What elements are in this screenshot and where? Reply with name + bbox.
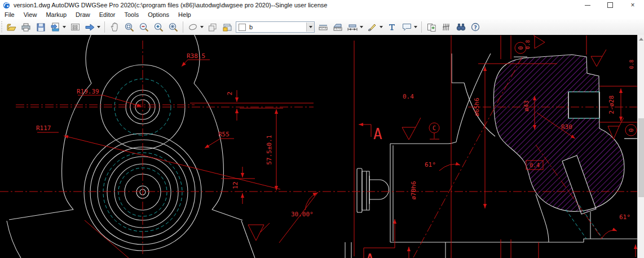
forward-arrow-icon bbox=[85, 24, 95, 31]
zoom-in-icon bbox=[154, 23, 164, 32]
comment-button[interactable] bbox=[400, 20, 413, 34]
measure-length-button[interactable] bbox=[316, 20, 330, 34]
ellipse-markup-button[interactable] bbox=[186, 20, 200, 34]
markup-hatch-button[interactable] bbox=[439, 20, 453, 34]
dim-dia-hub: ø70h6 bbox=[410, 181, 417, 199]
pen-icon bbox=[368, 23, 377, 32]
menu-item-help[interactable]: Help bbox=[174, 11, 196, 19]
dim-roughness-edge: 0.8 bbox=[629, 60, 634, 69]
measure-length-icon bbox=[318, 23, 328, 31]
dim-holes: 2-ø28 bbox=[608, 95, 615, 114]
layers-button[interactable] bbox=[220, 20, 234, 34]
open-button[interactable] bbox=[5, 20, 18, 34]
zoom-window-icon bbox=[125, 23, 134, 32]
zoom-in-button[interactable] bbox=[152, 20, 165, 34]
ellipse-icon bbox=[188, 24, 197, 30]
restore-icon bbox=[607, 2, 613, 8]
menu-item-draw[interactable]: Draw bbox=[71, 11, 95, 19]
toolbar-separator bbox=[183, 21, 183, 33]
close-button[interactable]: × bbox=[621, 0, 644, 10]
menu-item-view[interactable]: View bbox=[19, 11, 42, 19]
text-tool-button[interactable] bbox=[385, 20, 399, 34]
datum-c-label: C bbox=[433, 125, 436, 131]
zoom-out-icon bbox=[139, 23, 149, 32]
toolbar-grip[interactable] bbox=[1, 21, 2, 33]
section-label-a: A bbox=[373, 126, 382, 143]
layer-combo[interactable]: b bbox=[236, 21, 315, 33]
comment-bubble-icon bbox=[402, 23, 412, 31]
menu-item-tools[interactable]: Tools bbox=[120, 11, 144, 19]
measure-area-icon bbox=[333, 23, 343, 32]
scrollbar-thumb[interactable] bbox=[638, 118, 644, 197]
dim-dia-small: ø43 bbox=[523, 100, 530, 112]
dim-radius-lobe: R30 bbox=[561, 123, 572, 131]
forward-button[interactable] bbox=[83, 20, 96, 34]
app-icon bbox=[3, 2, 10, 9]
layer-combo-value: b bbox=[249, 24, 253, 30]
toolbar-separator bbox=[104, 21, 105, 33]
toolbar-separator bbox=[421, 21, 422, 33]
toolbar: b bbox=[0, 19, 644, 35]
menu-item-editor[interactable]: Editor bbox=[95, 11, 120, 19]
drawing-viewport[interactable]: R38.5 R19.39 R117 R55 2 57.5±0.1 12 30.0… bbox=[0, 35, 637, 258]
measure-area-button[interactable] bbox=[331, 20, 345, 34]
forward-dropdown-caret[interactable] bbox=[97, 26, 100, 28]
save-button[interactable] bbox=[34, 20, 47, 34]
measure-dropdown-caret[interactable] bbox=[360, 26, 363, 28]
dim-center-distance: 57.5±0.1 bbox=[266, 135, 273, 165]
copy-page-icon bbox=[427, 23, 436, 32]
minimize-icon bbox=[585, 5, 590, 6]
dim-angle-left: 61° bbox=[425, 161, 436, 168]
thumbnails-button[interactable] bbox=[68, 20, 82, 34]
menu-item-options[interactable]: Options bbox=[143, 11, 174, 19]
title-bar: version1.dwg AutoDWG DWGSee Pro 2020(c:\… bbox=[0, 0, 644, 10]
chevron-down-icon bbox=[309, 26, 312, 28]
menu-item-markup[interactable]: Markup bbox=[41, 11, 71, 19]
thumbnails-icon bbox=[70, 23, 80, 32]
binoculars-icon bbox=[456, 23, 466, 31]
zoom-extents-button[interactable] bbox=[166, 20, 180, 34]
pen-dropdown-caret[interactable] bbox=[380, 26, 383, 28]
measure-distance-button[interactable] bbox=[346, 20, 359, 34]
restore-button[interactable] bbox=[599, 0, 621, 10]
zoom-window-button[interactable] bbox=[122, 20, 136, 34]
convert-dropdown-caret[interactable] bbox=[63, 26, 66, 28]
layer-combo-caret[interactable] bbox=[306, 23, 314, 32]
dim-radius-outer: R117 bbox=[36, 124, 51, 132]
dim-angle-right: 61° bbox=[619, 213, 630, 221]
freehand-pen-button[interactable] bbox=[365, 20, 379, 34]
dim-radius-head: R38.5 bbox=[187, 52, 205, 60]
print-icon bbox=[21, 23, 30, 32]
comment-dropdown-caret[interactable] bbox=[414, 26, 417, 28]
vertical-scrollbar[interactable] bbox=[637, 35, 644, 258]
datum-zero-top: 0 bbox=[517, 46, 524, 50]
minimize-button[interactable] bbox=[576, 0, 599, 10]
convert-button[interactable] bbox=[48, 20, 62, 34]
measure-distance-icon bbox=[347, 24, 358, 31]
zoom-out-button[interactable] bbox=[137, 20, 151, 34]
datum-zero-right: 0 bbox=[627, 128, 634, 132]
dim-step: 12 bbox=[232, 181, 239, 189]
dim-radius-waist: R55 bbox=[218, 131, 230, 138]
section-label-a-bottom: A bbox=[365, 251, 374, 258]
dim-roughness-box: 0.4 bbox=[530, 162, 540, 168]
markup-dropdown-caret[interactable] bbox=[200, 26, 204, 28]
copy-page-button[interactable] bbox=[425, 20, 438, 34]
menu-item-file[interactable]: File bbox=[0, 11, 19, 19]
layers-icon bbox=[223, 23, 232, 32]
pan-hand-icon bbox=[111, 23, 119, 32]
convert-icon bbox=[51, 23, 60, 32]
dwgsee-window: version1.dwg AutoDWG DWGSee Pro 2020(c:\… bbox=[0, 0, 644, 258]
help-button[interactable]: ? bbox=[469, 20, 482, 34]
svg-text:?: ? bbox=[474, 25, 477, 30]
pan-button[interactable] bbox=[108, 20, 121, 34]
copy-object-button[interactable] bbox=[206, 20, 219, 34]
find-button[interactable] bbox=[454, 20, 467, 34]
open-folder-icon bbox=[7, 23, 16, 32]
chevron-up-icon bbox=[639, 38, 643, 41]
dim-offset: 2 bbox=[226, 92, 233, 96]
print-button[interactable] bbox=[19, 20, 33, 34]
menu-bar: File View Markup Draw Editor Tools Optio… bbox=[0, 10, 644, 19]
close-icon: × bbox=[630, 2, 634, 8]
scrollbar-up-button[interactable] bbox=[638, 35, 644, 43]
